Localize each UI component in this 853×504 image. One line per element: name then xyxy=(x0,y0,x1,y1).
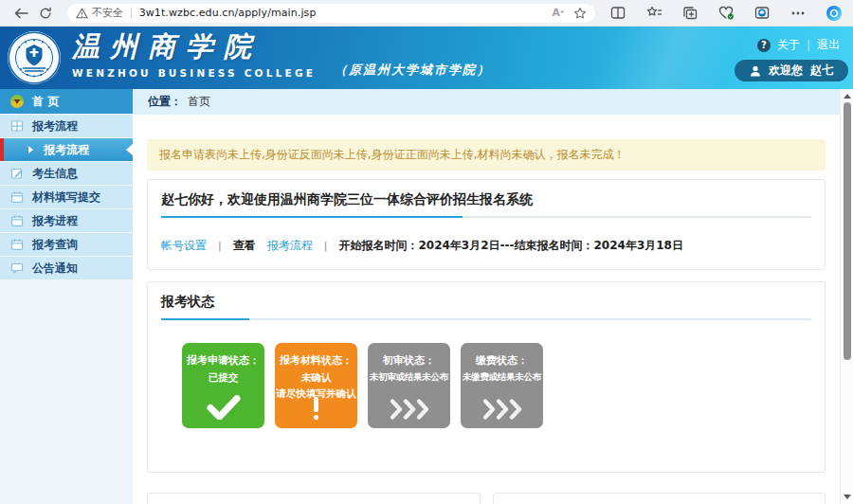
welcome-text: 欢迎您 xyxy=(769,63,803,79)
back-icon xyxy=(14,8,28,19)
card-line1: 报考材料状态： xyxy=(275,353,357,368)
copilot-button[interactable] xyxy=(825,4,844,23)
favorite-star-icon[interactable] xyxy=(573,7,587,20)
college-name-en: WENZHOU BUSINESS COLLEGE xyxy=(72,67,316,79)
refresh-button[interactable] xyxy=(33,3,57,24)
more-options-button[interactable] xyxy=(789,4,808,23)
refresh-icon xyxy=(39,7,52,20)
edge-sidebar-button[interactable] xyxy=(753,4,771,23)
welcome-title: 赵七你好，欢迎使用温州商学院三位一体综合评价招生报名系统 xyxy=(161,191,811,208)
username: 赵七 xyxy=(810,63,833,79)
arrow-down-icon xyxy=(844,495,851,503)
status-panel: 报考状态 报考申请状态： 已提交 报考材料状态： 未确认 请尽快填写并确认 xyxy=(147,281,826,473)
site-header: 温州商学院 WENZHOU BUSINESS COLLEGE （原温州大学城市学… xyxy=(0,27,853,89)
card-line2: 未确认 xyxy=(275,371,357,385)
arrow-right-icon xyxy=(28,146,37,153)
arrow-up-icon xyxy=(844,90,851,99)
sidebar-item-label: 考生信息 xyxy=(32,166,78,182)
home-circle-icon xyxy=(10,95,24,108)
calendar-icon xyxy=(10,190,24,204)
links-divider: | xyxy=(324,240,328,252)
user-icon xyxy=(750,65,761,77)
copilot-icon xyxy=(826,5,843,22)
status-card-initial-review[interactable]: 初审状态： 未初审或结果未公布 xyxy=(368,343,450,428)
warning-banner: 报名申请表尚未上传,身份证反面尚未上传,身份证正面尚未上传,材料尚未确认，报名未… xyxy=(147,139,826,171)
title-underline xyxy=(161,318,811,320)
exclamation-icon xyxy=(275,397,357,420)
sidebar-item-materials-submit[interactable]: 材料填写提交 xyxy=(0,186,133,209)
sidebar-item-label: 材料填写提交 xyxy=(32,189,100,206)
sidebar-item-label: 公告通知 xyxy=(32,261,78,277)
security-warning-icon xyxy=(76,8,88,19)
announcements-panel: 最新公告 xyxy=(147,493,481,504)
address-bar[interactable]: 不安全 3w1t.wzbc.edu.cn/apply/main.jsp A❝ xyxy=(67,4,595,23)
more-options-icon xyxy=(791,11,805,15)
account-settings-link[interactable]: 帐号设置 xyxy=(161,238,207,254)
scroll-down-button[interactable] xyxy=(841,492,853,503)
calendar-icon xyxy=(10,214,24,227)
college-brand: 温州商学院 WENZHOU BUSINESS COLLEGE （原温州大学城市学… xyxy=(72,29,491,79)
sidebar-item-apply-process[interactable]: 报考流程 xyxy=(0,115,133,138)
tips-panel: 重要提示 xyxy=(493,493,826,504)
grid-icon xyxy=(10,119,24,133)
breadcrumb-label: 位置： xyxy=(148,94,182,110)
quick-links-row: 帐号设置 | 查看 报考流程 | 开始报名时间：2024年3月2日---结束报名… xyxy=(161,238,811,254)
sidebar-item-label: 报考流程 xyxy=(44,142,89,158)
scrollbar-thumb[interactable] xyxy=(844,102,851,360)
browser-toolbar: 不安全 3w1t.wzbc.edu.cn/apply/main.jsp A❝ xyxy=(0,0,853,27)
chevrons-icon xyxy=(461,399,543,420)
sidebar-item-home[interactable]: 首 页 xyxy=(0,89,133,115)
back-button[interactable] xyxy=(9,3,33,24)
logout-link[interactable]: 退出 xyxy=(817,37,840,53)
chevrons-icon xyxy=(368,399,450,420)
college-name-former: （原温州大学城市学院） xyxy=(335,62,491,79)
sidebar-item-apply-progress[interactable]: 报考进程 xyxy=(0,209,133,233)
sidebar-item-candidate-info[interactable]: 考生信息 xyxy=(0,162,133,186)
about-icon: ? xyxy=(757,39,771,52)
sidebar-subitem-apply-process-active[interactable]: 报考流程 xyxy=(0,138,133,162)
browser-essentials-button[interactable] xyxy=(717,4,735,23)
sidebar-item-label: 报考进程 xyxy=(32,213,78,229)
links-divider: | xyxy=(218,240,222,252)
browser-essentials-icon xyxy=(718,6,735,20)
sidebar: 首 页 报考流程 报考流程 考生信息 材料填写提交 报考进程 报考查询 公告通 xyxy=(0,89,133,504)
edit-icon xyxy=(10,167,24,180)
address-divider xyxy=(131,8,132,18)
sidebar-item-label: 首 页 xyxy=(32,94,59,110)
collections-button[interactable] xyxy=(681,4,699,23)
status-card-application[interactable]: 报考申请状态： 已提交 xyxy=(182,343,264,428)
calendar-icon xyxy=(10,238,24,251)
welcome-panel: 赵七你好，欢迎使用温州商学院三位一体综合评价招生报名系统 帐号设置 | 查看 报… xyxy=(147,179,826,270)
title-underline xyxy=(161,216,811,218)
user-welcome-badge[interactable]: 欢迎您 赵七 xyxy=(735,60,848,81)
card-line1: 初审状态： xyxy=(368,353,450,368)
sidebar-item-apply-query[interactable]: 报考查询 xyxy=(0,233,133,257)
sidebar-item-announcements[interactable]: 公告通知 xyxy=(0,257,133,280)
security-label: 不安全 xyxy=(92,6,123,20)
breadcrumb-current-page: 首页 xyxy=(188,94,210,110)
header-links: ? 关于 | 退出 xyxy=(757,37,840,53)
check-icon xyxy=(182,395,264,420)
card-line2: 未初审或结果未公布 xyxy=(368,371,450,384)
card-line1: 报考申请状态： xyxy=(182,353,264,368)
scrollbar[interactable] xyxy=(840,89,853,504)
sidebar-item-label: 报考流程 xyxy=(32,118,78,135)
main-content: 报名申请表尚未上传,身份证反面尚未上传,身份证正面尚未上传,材料尚未确认，报名未… xyxy=(133,115,840,504)
read-aloud-icon[interactable]: A❝ xyxy=(552,7,564,19)
status-card-payment[interactable]: 缴费状态： 未缴费或结果未公布 xyxy=(461,343,543,428)
favorites-bar-button[interactable] xyxy=(644,4,663,23)
scroll-up-button[interactable] xyxy=(841,90,853,101)
favorites-bar-icon xyxy=(646,6,662,20)
card-line1: 缴费状态： xyxy=(461,353,543,368)
apply-process-link[interactable]: 报考流程 xyxy=(267,238,313,254)
view-link[interactable]: 查看 xyxy=(233,238,256,254)
split-screen-button[interactable] xyxy=(608,4,627,23)
status-title: 报考状态 xyxy=(161,294,811,311)
status-card-materials[interactable]: 报考材料状态： 未确认 请尽快填写并确认 xyxy=(275,343,357,428)
split-screen-icon xyxy=(610,6,626,20)
url-text: 3w1t.wzbc.edu.cn/apply/main.jsp xyxy=(139,7,317,19)
screen: { "browser": { "security_label": "不安全", … xyxy=(0,0,853,504)
college-logo xyxy=(7,30,62,89)
about-link[interactable]: 关于 xyxy=(777,37,800,53)
sidebar-filler xyxy=(0,280,133,504)
